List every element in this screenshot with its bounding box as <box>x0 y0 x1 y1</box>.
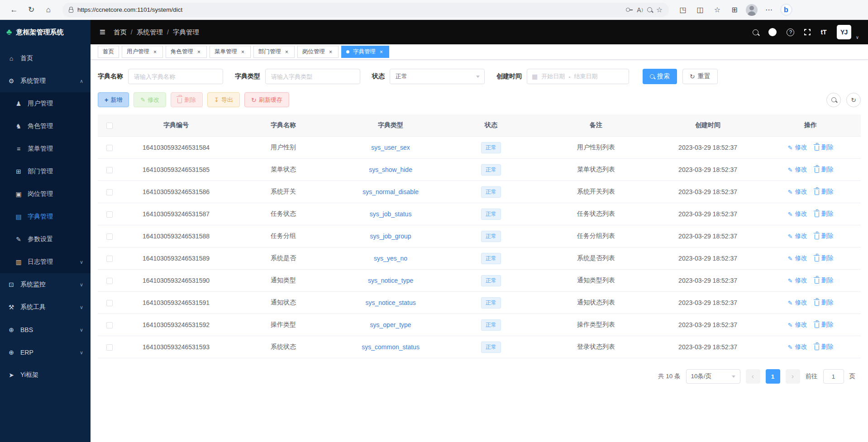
prev-page-button[interactable]: ‹ <box>746 369 760 384</box>
delete-link[interactable]: 删除 <box>815 321 834 329</box>
dict-type-link[interactable]: sys_job_group <box>370 233 411 240</box>
delete-link[interactable]: 删除 <box>815 299 834 307</box>
add-button[interactable]: 新增 <box>98 92 129 107</box>
sidebar-item-home[interactable]: ⌂ 首页 <box>0 47 91 70</box>
dict-type-link[interactable]: sys_oper_type <box>370 321 411 328</box>
tab-post[interactable]: 岗位管理 <box>297 46 339 58</box>
search-button[interactable]: 搜索 <box>643 69 677 84</box>
github-icon[interactable] <box>768 28 777 36</box>
dict-type-link[interactable]: sys_job_status <box>370 210 412 218</box>
sidebar-item-param[interactable]: ✎ 参数设置 <box>0 228 91 251</box>
dict-name-input[interactable] <box>128 69 223 84</box>
row-checkbox[interactable] <box>106 167 113 173</box>
favorite-star-icon[interactable]: ☆ <box>656 5 663 14</box>
row-checkbox[interactable] <box>106 322 113 328</box>
row-checkbox[interactable] <box>106 256 113 262</box>
split-screen-icon[interactable]: ◫ <box>692 2 708 18</box>
edit-button[interactable]: 修改 <box>134 92 166 107</box>
edit-link[interactable]: 修改 <box>788 276 807 285</box>
tab-close-icon[interactable] <box>196 49 202 55</box>
delete-button[interactable]: 删除 <box>171 92 203 107</box>
dict-type-link[interactable]: sys_user_sex <box>371 144 410 151</box>
tab-close-icon[interactable] <box>378 49 384 55</box>
breadcrumb-system[interactable]: 系统管理 <box>137 28 173 37</box>
row-checkbox[interactable] <box>106 189 113 195</box>
browser-refresh-button[interactable]: ↻ <box>24 2 39 18</box>
delete-link[interactable]: 删除 <box>815 188 834 196</box>
dict-type-link[interactable]: sys_normal_disable <box>362 188 419 195</box>
next-page-button[interactable]: › <box>786 369 800 384</box>
row-checkbox[interactable] <box>106 145 113 151</box>
edit-link[interactable]: 修改 <box>788 254 807 262</box>
sidebar-item-menu[interactable]: ≡ 菜单管理 <box>0 138 91 160</box>
date-range-picker[interactable]: ▦ 开始日期 - 结束日期 <box>527 69 629 84</box>
tab-close-icon[interactable] <box>152 49 158 55</box>
dict-type-input[interactable] <box>265 69 360 84</box>
copilot-icon[interactable]: b <box>778 2 794 18</box>
select-all-checkbox[interactable] <box>106 123 113 129</box>
row-checkbox[interactable] <box>106 344 113 351</box>
delete-link[interactable]: 删除 <box>815 210 834 218</box>
collections-icon[interactable]: ⊞ <box>727 2 742 18</box>
zoom-out-icon[interactable] <box>647 7 652 12</box>
dict-type-link[interactable]: sys_yes_no <box>374 255 407 262</box>
status-select[interactable]: 正常 <box>390 69 485 84</box>
delete-link[interactable]: 删除 <box>815 276 834 285</box>
dict-type-link[interactable]: sys_common_status <box>362 343 420 351</box>
sidebar-item-dept[interactable]: ⊞ 部门管理 <box>0 160 91 183</box>
sidebar-item-system[interactable]: ⚙ 系统管理 ∧ <box>0 70 91 92</box>
hamburger-icon[interactable]: ≡ <box>100 26 105 38</box>
sidebar-item-bbs[interactable]: ⊕ BBS ∨ <box>0 318 91 341</box>
edit-link[interactable]: 修改 <box>788 343 807 351</box>
sidebar-item-user[interactable]: ♟ 用户管理 <box>0 92 91 115</box>
dict-type-link[interactable]: sys_show_hide <box>369 166 412 173</box>
refresh-cache-button[interactable]: 刷新缓存 <box>244 92 289 107</box>
tab-dict[interactable]: 字典管理 <box>341 46 389 58</box>
browser-back-button[interactable]: ← <box>6 2 22 18</box>
sidebar-item-yi[interactable]: ➤ Yi框架 <box>0 364 91 386</box>
site-info-lock-icon[interactable] <box>69 9 73 13</box>
sidebar-item-monitor[interactable]: ⊡ 系统监控 ∨ <box>0 273 91 296</box>
sidebar-item-dict[interactable]: ▤ 字典管理 <box>0 205 91 228</box>
page-size-select[interactable]: 10条/页 <box>686 369 740 384</box>
user-dropdown-caret-icon[interactable]: ∨ <box>856 35 859 40</box>
url-text[interactable]: https://ccnetcore.com:1101/system/dict <box>77 6 622 13</box>
browser-home-button[interactable]: ⌂ <box>41 2 56 18</box>
tab-user[interactable]: 用户管理 <box>122 46 163 58</box>
profile-avatar[interactable] <box>744 2 759 18</box>
password-key-icon[interactable] <box>626 6 633 13</box>
delete-link[interactable]: 删除 <box>815 343 834 351</box>
help-icon[interactable] <box>787 29 794 36</box>
goto-page-input[interactable] <box>823 369 844 384</box>
delete-link[interactable]: 删除 <box>815 232 834 240</box>
edit-link[interactable]: 修改 <box>788 232 807 240</box>
row-checkbox[interactable] <box>106 233 113 240</box>
row-checkbox[interactable] <box>106 278 113 284</box>
sidebar-item-log[interactable]: ▥ 日志管理 ∨ <box>0 251 91 273</box>
tab-close-icon[interactable] <box>284 49 290 55</box>
sidebar-item-role[interactable]: ♞ 角色管理 <box>0 115 91 138</box>
reset-button[interactable]: 重置 <box>682 69 718 84</box>
dict-type-link[interactable]: sys_notice_type <box>368 277 413 284</box>
delete-link[interactable]: 删除 <box>815 166 834 174</box>
tab-menu[interactable]: 菜单管理 <box>210 46 251 58</box>
edit-link[interactable]: 修改 <box>788 188 807 196</box>
delete-link[interactable]: 删除 <box>815 254 834 262</box>
search-icon[interactable] <box>753 29 758 35</box>
breadcrumb-home[interactable]: 首页 <box>114 28 137 37</box>
edit-link[interactable]: 修改 <box>788 143 807 152</box>
refresh-table-button[interactable] <box>846 93 861 107</box>
dict-type-link[interactable]: sys_notice_status <box>365 299 415 306</box>
tab-home[interactable]: 首页 <box>98 46 119 58</box>
favorites-bar-icon[interactable]: ☆ <box>710 2 725 18</box>
tab-close-icon[interactable] <box>240 49 246 55</box>
tab-role[interactable]: 角色管理 <box>166 46 207 58</box>
export-button[interactable]: 导出 <box>207 92 240 107</box>
current-page-button[interactable]: 1 <box>766 369 780 384</box>
browser-menu-icon[interactable]: ⋯ <box>761 2 777 18</box>
edit-link[interactable]: 修改 <box>788 321 807 329</box>
extensions-icon[interactable]: ◳ <box>675 2 691 18</box>
read-aloud-icon[interactable]: A) <box>637 6 643 14</box>
edit-link[interactable]: 修改 <box>788 299 807 307</box>
font-size-icon[interactable]: tT <box>820 29 826 36</box>
